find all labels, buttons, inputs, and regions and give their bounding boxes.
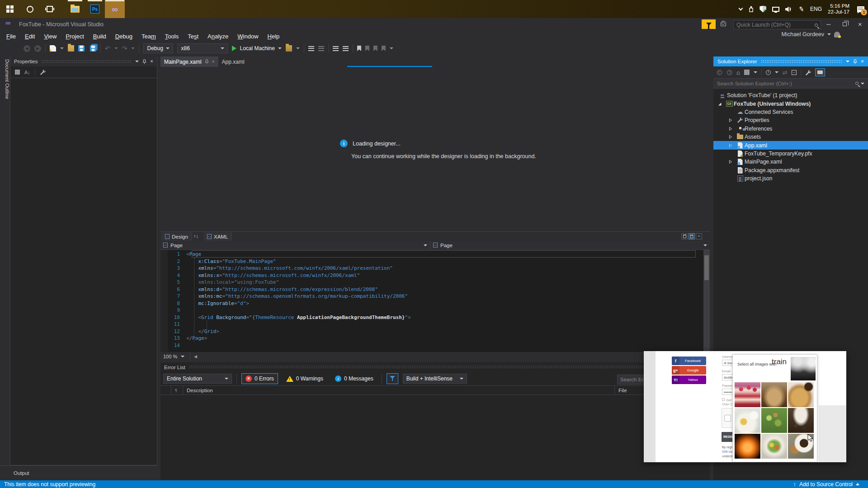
captcha-tile-breakfast-plate[interactable] xyxy=(735,408,760,433)
save-all-button[interactable] xyxy=(90,45,96,52)
collapse-all-icon[interactable]: − xyxy=(792,70,797,75)
menu-edit[interactable]: Edit xyxy=(20,32,39,41)
tray-chevron-icon[interactable] xyxy=(739,6,743,11)
toggle-bookmark-button[interactable] xyxy=(357,46,361,51)
collapsed-arrow-icon[interactable] xyxy=(726,135,736,139)
newsletter-checkbox[interactable] xyxy=(722,398,725,401)
captcha-tile-strawberry-cake[interactable] xyxy=(735,382,760,407)
code-line-2[interactable]: 2 x:Class="FoxTube.MainPage" xyxy=(160,258,696,265)
pending-changes-dropdown[interactable] xyxy=(775,71,778,73)
collapsed-arrow-icon[interactable] xyxy=(726,118,736,122)
restore-button[interactable] xyxy=(843,22,847,26)
add-to-source-control-button[interactable]: ↑ Add to Source Control xyxy=(793,481,864,488)
output-panel[interactable]: Output xyxy=(0,465,157,480)
scrollbar-thumb[interactable] xyxy=(704,255,709,280)
tree-item-foxtube-temporarykey-pfx[interactable]: FoxTube_TemporaryKey.pfx xyxy=(713,150,868,158)
back-button[interactable]: ◀ xyxy=(717,70,722,75)
code-line-7[interactable]: 7 xmlns:mc="http://schemas.openxmlformat… xyxy=(160,293,696,300)
task-view-button[interactable] xyxy=(40,0,60,18)
zoom-level-dropdown[interactable]: 100 % xyxy=(160,352,190,361)
minimize-button[interactable]: ─ xyxy=(826,21,830,28)
category-column[interactable]: ¶ xyxy=(171,386,183,394)
collapsed-arrow-icon[interactable] xyxy=(726,143,736,148)
scroll-left-arrow[interactable]: ◀ xyxy=(190,354,197,359)
code-line-3[interactable]: 3 xmlns="http://schemas.microsoft.com/wi… xyxy=(160,265,696,272)
redo-dropdown[interactable] xyxy=(131,47,135,49)
window-menu-dropdown[interactable] xyxy=(846,61,849,62)
tab-app-xaml[interactable]: App.xaml xyxy=(218,56,248,67)
menu-build[interactable]: Build xyxy=(89,32,111,41)
attach-to-process-button[interactable] xyxy=(286,45,292,52)
comment-icon[interactable] xyxy=(318,46,324,51)
toolbar-overflow-2[interactable] xyxy=(390,47,393,49)
errors-toggle[interactable]: ×0 Errors xyxy=(241,373,278,384)
solution-explorer-search-input[interactable]: Search Solution Explorer (Ctrl+;) xyxy=(713,79,868,89)
views-dropdown[interactable] xyxy=(754,71,757,73)
document-outline-tab[interactable]: Document Outline xyxy=(0,56,10,115)
new-file-dropdown[interactable] xyxy=(60,47,64,49)
clock[interactable]: 5:16 PM 22-Jul-17 xyxy=(828,3,849,15)
menu-analyze[interactable]: Analyze xyxy=(203,32,233,41)
tree-item-foxtube-universal-windows[interactable]: C#FoxTube (Universal Windows) xyxy=(713,99,868,108)
collapse-pane-button[interactable]: « xyxy=(696,233,702,239)
photoshop-button[interactable]: Ps xyxy=(85,0,105,18)
chevron-down-icon[interactable] xyxy=(424,244,427,246)
alphabetical-sort-icon[interactable]: A↓ xyxy=(24,70,30,75)
captcha-tile-pancakes-with-coffee[interactable] xyxy=(788,382,814,407)
error-scope-dropdown[interactable]: Entire Solution xyxy=(163,374,232,384)
captcha-tile-chocolate-dessert-glass[interactable] xyxy=(761,382,787,407)
start-button[interactable] xyxy=(0,0,20,18)
code-line-13[interactable]: 13</Page> xyxy=(160,335,696,342)
captcha-tile-salad-plate[interactable] xyxy=(761,434,787,459)
design-view-tab[interactable]: □ Design xyxy=(161,232,192,241)
menu-debug[interactable]: Debug xyxy=(111,32,137,41)
tree-item-properties[interactable]: Properties xyxy=(713,116,868,124)
horizontal-split-button[interactable] xyxy=(689,233,695,239)
properties-wrench-icon[interactable] xyxy=(805,70,811,75)
pin-icon[interactable] xyxy=(142,59,146,64)
recaptcha-checkbox[interactable] xyxy=(724,415,731,422)
quick-launch-input[interactable]: Quick Launch (Ctrl+Q) xyxy=(733,20,821,29)
save-button[interactable] xyxy=(78,45,85,52)
build-filter-dropdown[interactable]: Build + IntelliSense xyxy=(403,374,467,384)
filter-button[interactable] xyxy=(387,373,398,384)
preview-selected-items-button[interactable] xyxy=(815,68,825,76)
tree-item-assets[interactable]: Assets xyxy=(713,133,868,141)
messages-toggle[interactable]: i0 Messages xyxy=(331,373,377,384)
platform-dropdown[interactable]: x86 xyxy=(177,43,228,53)
facebook-login-button[interactable]: fFacebook xyxy=(672,357,706,365)
tab-mainpage-xaml[interactable]: MainPage.xaml × xyxy=(160,56,218,67)
menu-file[interactable]: File xyxy=(2,32,20,41)
code-line-10[interactable]: 10 <Grid Background="{ThemeResource Appl… xyxy=(160,314,696,321)
pin-icon[interactable] xyxy=(853,59,857,64)
code-line-4[interactable]: 4 xmlns:x="http://schemas.microsoft.com/… xyxy=(160,272,696,279)
undo-dropdown[interactable] xyxy=(114,47,118,49)
google-login-button[interactable]: g+Google xyxy=(672,366,706,375)
volume-icon[interactable] xyxy=(785,6,793,12)
sync-icon[interactable]: ⇄ xyxy=(783,70,788,75)
close-icon[interactable]: × xyxy=(150,58,153,65)
navigate-back-button[interactable]: ◀ xyxy=(24,45,30,52)
action-center-button[interactable]: 1 xyxy=(857,6,864,12)
chevron-down-icon[interactable] xyxy=(703,244,707,246)
open-file-button[interactable] xyxy=(68,45,74,52)
breadcrumb-right[interactable]: <> Page xyxy=(430,241,710,249)
code-line-14[interactable]: 14 xyxy=(160,342,696,349)
tree-item-references[interactable]: References xyxy=(713,125,868,133)
configuration-dropdown[interactable]: Debug xyxy=(143,43,173,53)
categorized-icon[interactable] xyxy=(15,70,20,75)
previous-bookmark-button[interactable] xyxy=(365,46,369,51)
cortana-button[interactable] xyxy=(20,0,40,18)
properties-menu-dropdown[interactable] xyxy=(135,61,139,62)
swap-panes-icon[interactable]: ↑↓ xyxy=(193,233,198,239)
breadcrumb-left[interactable]: <> Page xyxy=(160,241,430,249)
xaml-code-editor[interactable]: 1<Page2 x:Class="FoxTube.MainPage"3 xmln… xyxy=(160,250,710,352)
xaml-view-tab[interactable]: <> XAML xyxy=(203,232,232,241)
user-account-menu[interactable]: Michael Gordeev xyxy=(782,31,840,38)
toolbar-overflow-1[interactable] xyxy=(296,47,300,49)
tree-item-connected-services[interactable]: ☁Connected Services xyxy=(713,108,868,116)
start-target-dropdown[interactable] xyxy=(278,47,282,49)
redo-button[interactable]: ↷ xyxy=(122,45,127,52)
code-line-1[interactable]: 1<Page xyxy=(160,251,696,258)
close-tab-icon[interactable]: × xyxy=(212,59,215,64)
